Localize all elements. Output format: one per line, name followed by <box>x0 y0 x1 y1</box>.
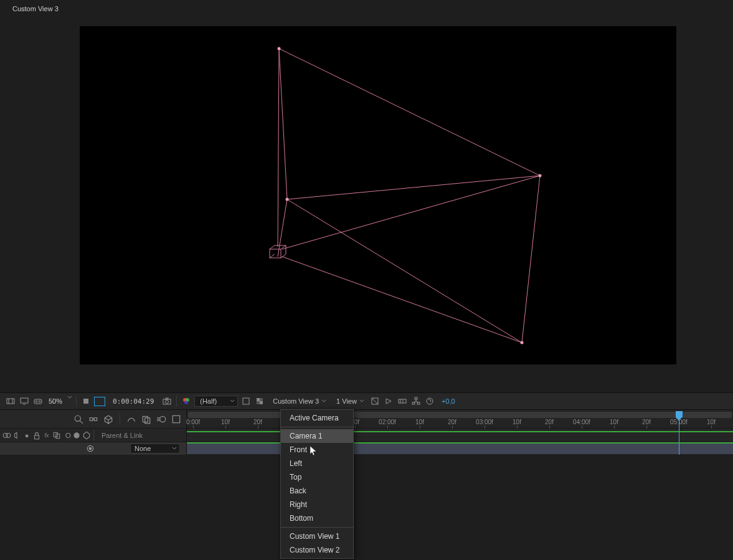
chevron-down-icon <box>359 397 364 405</box>
svg-rect-54 <box>90 417 93 420</box>
ruler-tick-label: 20f <box>642 419 651 425</box>
svg-point-52 <box>75 415 80 421</box>
snapshot-icon[interactable] <box>161 396 173 407</box>
av-features-icon <box>2 431 11 440</box>
vr-icon[interactable] <box>32 396 44 407</box>
svg-rect-37 <box>260 401 263 404</box>
frame-blending-icon <box>52 431 61 440</box>
show-channel-icon[interactable] <box>80 396 92 407</box>
motion-blur-icon[interactable] <box>156 414 166 424</box>
svg-point-26 <box>35 401 37 402</box>
zoom-value[interactable]: 50% <box>46 397 65 405</box>
svg-line-7 <box>282 176 540 249</box>
ruler-tick-label: 20f <box>253 419 262 425</box>
viewport-3d[interactable] <box>80 26 676 364</box>
composition-mini-flowchart-icon[interactable] <box>88 414 98 424</box>
svg-point-51 <box>427 398 433 404</box>
view-menu-item[interactable]: Front <box>281 443 353 457</box>
timeline-panel: ● fx Parent & Link <box>0 410 733 455</box>
render-icon[interactable] <box>424 396 435 407</box>
work-area-bar[interactable] <box>188 412 732 418</box>
preview-favorites-icon[interactable] <box>5 396 16 407</box>
time-ruler[interactable]: 0:00f10f20f01:00f10f20f02:00f10f20f03:00… <box>187 410 733 429</box>
fast-previews-icon[interactable] <box>383 396 394 407</box>
svg-point-69 <box>66 433 70 437</box>
view-menu-item[interactable]: Back <box>281 484 353 498</box>
svg-line-9 <box>278 49 279 247</box>
view-menu-item[interactable]: Custom View 2 <box>281 543 353 557</box>
parent-dropdown[interactable]: None <box>130 444 180 453</box>
track-header <box>187 429 733 442</box>
ruler-tick-label: 20f <box>545 419 554 425</box>
safe-zones-icon[interactable] <box>94 396 105 407</box>
svg-rect-66 <box>35 435 39 439</box>
hide-shy-icon[interactable] <box>126 414 136 424</box>
view-menu-item[interactable]: Right <box>281 498 353 511</box>
menu-separator <box>281 527 353 528</box>
timeline-tracks[interactable]: 0:00f10f20f01:00f10f20f02:00f10f20f03:00… <box>187 410 733 455</box>
fx-icon: fx <box>42 431 51 440</box>
svg-rect-35 <box>243 398 249 404</box>
track-row[interactable] <box>187 442 733 455</box>
view-menu-item[interactable]: Left <box>281 457 353 470</box>
audio-icon <box>12 431 21 440</box>
camera-wireframe <box>80 26 676 364</box>
current-time[interactable]: 0:00:04:29 <box>108 397 159 406</box>
view-menu-item[interactable]: Camera 1 <box>281 429 353 443</box>
svg-line-14 <box>287 176 540 199</box>
view-menu-item[interactable]: Top <box>281 470 353 484</box>
graph-editor-icon[interactable] <box>171 414 181 424</box>
svg-rect-23 <box>21 398 28 403</box>
svg-point-59 <box>160 416 166 422</box>
svg-rect-20 <box>7 399 14 404</box>
roi-icon[interactable] <box>240 396 252 407</box>
pickwhip-icon[interactable] <box>86 444 95 453</box>
svg-line-11 <box>522 176 540 343</box>
resolution-dropdown[interactable]: (Half) <box>194 396 238 407</box>
svg-rect-39 <box>257 401 260 404</box>
layer-row[interactable]: None <box>0 442 186 455</box>
adjustment-icon <box>72 431 81 440</box>
view-count-dropdown[interactable]: 1 View <box>331 396 367 406</box>
timeline-layer-panel: ● fx Parent & Link <box>0 410 187 455</box>
draft-3d-icon[interactable] <box>103 414 113 424</box>
playhead[interactable] <box>679 411 679 455</box>
ruler-tick-label: 20f <box>448 419 456 425</box>
monitor-icon[interactable] <box>19 396 30 407</box>
transparency-grid-icon[interactable] <box>254 396 265 407</box>
svg-rect-42 <box>399 399 406 403</box>
svg-line-4 <box>270 254 275 258</box>
svg-point-27 <box>39 401 40 402</box>
view-menu-item[interactable]: Active Camera <box>281 411 353 425</box>
svg-point-65 <box>6 433 11 437</box>
flowchart-icon[interactable] <box>410 396 422 407</box>
view-menu-item[interactable]: Custom View 1 <box>281 529 353 543</box>
view-dropdown-menu: Active CameraCamera 1FrontLeftTopBackRig… <box>280 409 354 559</box>
chevron-down-icon[interactable] <box>67 394 72 401</box>
svg-point-16 <box>278 47 281 50</box>
motion-blur-col-icon <box>62 431 71 440</box>
ruler-tick-label: 03:00f <box>476 419 493 425</box>
pixel-aspect-icon[interactable] <box>369 396 381 407</box>
svg-rect-63 <box>173 415 179 422</box>
composition-toolbar: 50% 0:00:04:29 (Half) <box>0 392 733 410</box>
ruler-tick-label: 10f <box>610 419 618 425</box>
svg-rect-45 <box>415 397 417 399</box>
view-selector-dropdown[interactable]: Custom View 3 <box>268 396 329 406</box>
search-icon[interactable] <box>73 414 83 424</box>
svg-line-41 <box>372 398 378 404</box>
color-management-icon[interactable] <box>181 396 192 407</box>
svg-point-34 <box>184 401 188 404</box>
timeline-icon[interactable] <box>397 396 408 407</box>
exposure-value[interactable]: +0,0 <box>438 397 459 405</box>
3d-layer-icon <box>82 431 91 440</box>
menu-separator <box>281 427 353 427</box>
ruler-tick-label: 10f <box>415 419 424 425</box>
layer-column-header: ● fx Parent & Link <box>0 429 186 442</box>
solo-icon: ● <box>22 431 31 440</box>
chevron-down-icon <box>230 397 235 405</box>
chevron-down-icon <box>172 445 177 452</box>
frame-blend-icon[interactable] <box>141 414 151 424</box>
view-menu-item[interactable]: Bottom <box>281 511 353 525</box>
svg-rect-55 <box>94 417 97 420</box>
